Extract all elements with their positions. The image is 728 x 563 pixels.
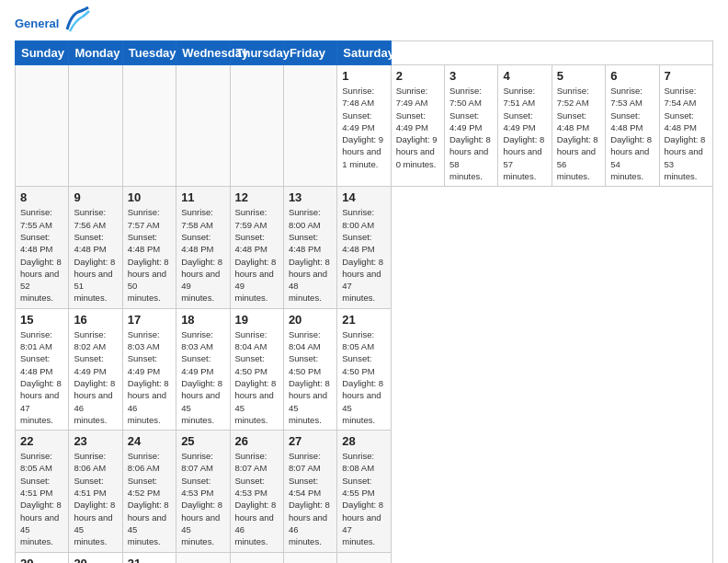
calendar-cell: 7 Sunrise: 7:54 AMSunset: 4:48 PMDayligh… [659, 65, 713, 187]
day-number: 14 [342, 190, 385, 204]
calendar-cell: 11 Sunrise: 7:58 AMSunset: 4:48 PMDaylig… [176, 187, 230, 308]
day-info: Sunrise: 7:55 AMSunset: 4:48 PMDaylight:… [20, 207, 62, 303]
day-info: Sunrise: 8:03 AMSunset: 4:49 PMDaylight:… [181, 329, 222, 425]
day-info: Sunrise: 7:58 AMSunset: 4:48 PMDaylight:… [181, 207, 222, 303]
day-info: Sunrise: 8:02 AMSunset: 4:49 PMDaylight:… [74, 329, 115, 425]
day-info: Sunrise: 8:05 AMSunset: 4:50 PMDaylight:… [342, 329, 383, 425]
day-number: 30 [74, 557, 117, 564]
day-header-friday: Friday [283, 41, 336, 65]
calendar-cell: 25 Sunrise: 8:07 AMSunset: 4:53 PMDaylig… [176, 431, 230, 552]
day-number: 19 [235, 313, 279, 327]
calendar-cell: 16 Sunrise: 8:02 AMSunset: 4:49 PMDaylig… [69, 308, 122, 430]
day-info: Sunrise: 8:07 AMSunset: 4:53 PMDaylight:… [181, 451, 222, 546]
calendar-cell [283, 552, 336, 563]
day-number: 1 [342, 69, 385, 83]
calendar-cell: 4 Sunrise: 7:51 AMSunset: 4:49 PMDayligh… [498, 65, 552, 187]
day-number: 11 [181, 190, 224, 204]
day-header-tuesday: Tuesday [122, 41, 176, 65]
calendar-cell: 15 Sunrise: 8:01 AMSunset: 4:48 PMDaylig… [16, 308, 69, 430]
calendar-cell: 12 Sunrise: 7:59 AMSunset: 4:48 PMDaylig… [230, 187, 283, 308]
day-info: Sunrise: 8:04 AMSunset: 4:50 PMDaylight:… [235, 329, 277, 425]
day-header-sunday: Sunday [16, 41, 69, 65]
day-number: 2 [396, 69, 439, 83]
day-number: 13 [289, 190, 332, 204]
day-info: Sunrise: 8:07 AMSunset: 4:53 PMDaylight:… [235, 451, 277, 546]
day-info: Sunrise: 8:01 AMSunset: 4:48 PMDaylight:… [20, 329, 62, 425]
calendar-cell: 19 Sunrise: 8:04 AMSunset: 4:50 PMDaylig… [230, 308, 283, 430]
calendar-cell: 27 Sunrise: 8:07 AMSunset: 4:54 PMDaylig… [283, 431, 336, 552]
calendar-cell: 3 Sunrise: 7:50 AMSunset: 4:49 PMDayligh… [445, 65, 498, 187]
calendar-cell: 6 Sunrise: 7:53 AMSunset: 4:48 PMDayligh… [606, 65, 659, 187]
day-info: Sunrise: 8:00 AMSunset: 4:48 PMDaylight:… [342, 207, 383, 303]
page: General SundayMondayTuesdayWednesdayThur… [0, 0, 728, 563]
logo-icon: General [15, 15, 61, 31]
calendar-cell [337, 552, 391, 563]
calendar-cell: 10 Sunrise: 7:57 AMSunset: 4:48 PMDaylig… [122, 187, 176, 308]
day-number: 8 [20, 190, 63, 204]
calendar-cell [176, 552, 230, 563]
day-header-monday: Monday [69, 41, 122, 65]
day-number: 12 [235, 190, 279, 204]
day-number: 23 [74, 434, 117, 448]
day-number: 27 [289, 434, 332, 448]
day-number: 6 [610, 69, 654, 83]
calendar-cell: 22 Sunrise: 8:05 AMSunset: 4:51 PMDaylig… [16, 431, 69, 552]
day-info: Sunrise: 8:03 AMSunset: 4:49 PMDaylight:… [128, 329, 169, 425]
day-info: Sunrise: 8:06 AMSunset: 4:52 PMDaylight:… [128, 451, 169, 546]
day-info: Sunrise: 7:52 AMSunset: 4:48 PMDaylight:… [557, 86, 598, 181]
calendar-cell: 20 Sunrise: 8:04 AMSunset: 4:50 PMDaylig… [283, 308, 336, 430]
calendar-cell: 23 Sunrise: 8:06 AMSunset: 4:51 PMDaylig… [69, 431, 122, 552]
calendar-cell [283, 65, 336, 187]
calendar-cell: 29 Sunrise: 8:08 AMSunset: 4:56 PMDaylig… [16, 552, 69, 563]
calendar-cell: 28 Sunrise: 8:08 AMSunset: 4:55 PMDaylig… [337, 431, 391, 552]
day-number: 31 [128, 557, 171, 564]
day-info: Sunrise: 8:05 AMSunset: 4:51 PMDaylight:… [20, 451, 62, 546]
day-number: 22 [20, 434, 63, 448]
logo: General [15, 11, 90, 33]
calendar-cell [230, 552, 283, 563]
day-number: 5 [557, 69, 600, 83]
calendar-cell: 13 Sunrise: 8:00 AMSunset: 4:48 PMDaylig… [283, 187, 336, 308]
day-number: 7 [665, 69, 709, 83]
day-header-thursday: Thursday [230, 41, 283, 65]
day-info: Sunrise: 8:06 AMSunset: 4:51 PMDaylight:… [74, 451, 115, 546]
logo-wave-icon [63, 4, 90, 33]
day-number: 3 [449, 69, 493, 83]
day-number: 29 [20, 557, 63, 564]
day-number: 24 [128, 434, 171, 448]
calendar-cell: 30 Sunrise: 8:08 AMSunset: 4:56 PMDaylig… [69, 552, 122, 563]
day-number: 21 [342, 313, 385, 327]
calendar-cell [69, 65, 122, 187]
calendar-cell [176, 65, 230, 187]
calendar-cell: 9 Sunrise: 7:56 AMSunset: 4:48 PMDayligh… [69, 187, 122, 308]
day-info: Sunrise: 7:54 AMSunset: 4:48 PMDaylight:… [665, 86, 706, 181]
header: General [15, 11, 713, 33]
calendar-cell: 1 Sunrise: 7:48 AMSunset: 4:49 PMDayligh… [337, 65, 391, 187]
day-info: Sunrise: 7:49 AMSunset: 4:49 PMDaylight:… [396, 86, 438, 169]
day-info: Sunrise: 7:48 AMSunset: 4:49 PMDaylight:… [342, 86, 383, 169]
day-number: 26 [235, 434, 279, 448]
day-info: Sunrise: 7:53 AMSunset: 4:48 PMDaylight:… [610, 86, 652, 181]
day-info: Sunrise: 7:56 AMSunset: 4:48 PMDaylight:… [74, 207, 115, 303]
day-number: 15 [20, 313, 63, 327]
day-number: 4 [503, 69, 546, 83]
day-info: Sunrise: 7:50 AMSunset: 4:49 PMDaylight:… [449, 86, 491, 181]
day-info: Sunrise: 8:00 AMSunset: 4:48 PMDaylight:… [289, 207, 330, 303]
day-info: Sunrise: 7:59 AMSunset: 4:48 PMDaylight:… [235, 207, 277, 303]
calendar-cell: 5 Sunrise: 7:52 AMSunset: 4:48 PMDayligh… [552, 65, 605, 187]
day-info: Sunrise: 8:07 AMSunset: 4:54 PMDaylight:… [289, 451, 330, 546]
calendar-cell: 2 Sunrise: 7:49 AMSunset: 4:49 PMDayligh… [391, 65, 444, 187]
calendar-table: SundayMondayTuesdayWednesdayThursdayFrid… [15, 40, 713, 563]
day-number: 20 [289, 313, 332, 327]
day-number: 17 [128, 313, 171, 327]
day-number: 25 [181, 434, 224, 448]
calendar-cell [122, 65, 176, 187]
calendar-cell [16, 65, 69, 187]
calendar-cell: 24 Sunrise: 8:06 AMSunset: 4:52 PMDaylig… [122, 431, 176, 552]
calendar-cell [230, 65, 283, 187]
day-info: Sunrise: 8:08 AMSunset: 4:55 PMDaylight:… [342, 451, 383, 546]
day-number: 18 [181, 313, 224, 327]
day-header-saturday: Saturday [337, 41, 391, 65]
calendar-cell: 8 Sunrise: 7:55 AMSunset: 4:48 PMDayligh… [16, 187, 69, 308]
day-number: 10 [128, 190, 171, 204]
